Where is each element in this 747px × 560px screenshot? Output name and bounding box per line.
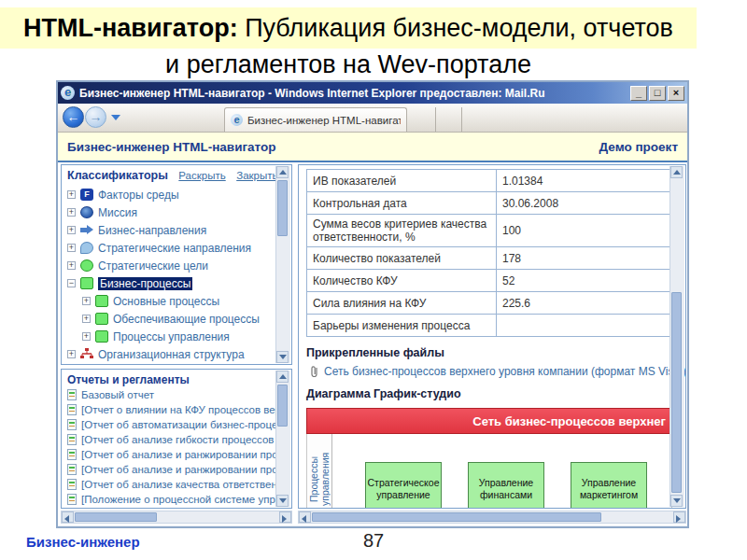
- property-label: Сумма весов критериев качества ответстве…: [307, 215, 497, 247]
- expand-icon[interactable]: +: [67, 350, 76, 358]
- scroll-right-icon[interactable]: [279, 511, 291, 523]
- tree-item-label: Процессы управления: [113, 330, 230, 343]
- tree-item-label: Основные процессы: [113, 295, 219, 308]
- forward-button[interactable]: →: [85, 106, 106, 128]
- window-titlebar: e Бизнес-инженер HTML-навигатор - Window…: [58, 82, 687, 104]
- report-label: Базовый отчет: [81, 389, 154, 400]
- slide-footer-brand: Бизнес-инженер: [26, 534, 140, 550]
- report-item[interactable]: Базовый отчет: [67, 387, 276, 402]
- tree-item-management-processes[interactable]: + Процессы управления: [67, 328, 275, 345]
- tree-item-org-structure[interactable]: + Организационная структура: [67, 345, 275, 363]
- tree-item-staff[interactable]: + Сотрудники: [67, 363, 275, 365]
- details-vertical-scrollbar[interactable]: [669, 166, 684, 507]
- scroll-thumb[interactable]: [75, 512, 157, 522]
- report-item[interactable]: [Отчет об анализе и ранжировании проце: [67, 462, 276, 477]
- attachment-link[interactable]: Сеть бизнес-процессов верхнего уровня ко…: [324, 365, 685, 378]
- tree-vertical-scrollbar[interactable]: [275, 166, 290, 363]
- expand-icon[interactable]: +: [67, 261, 76, 270]
- scroll-thumb[interactable]: [277, 385, 288, 427]
- scroll-left-icon[interactable]: [299, 511, 311, 523]
- scroll-down-icon[interactable]: [276, 351, 289, 363]
- tree-item-label: Миссия: [98, 206, 137, 219]
- reports-horizontal-scrollbar[interactable]: [61, 511, 292, 524]
- diagram-box-finance-management[interactable]: Управление финансами: [468, 462, 544, 509]
- strategic-goals-icon: [80, 259, 93, 272]
- back-button[interactable]: ←: [63, 106, 84, 128]
- tree-item-supporting-processes[interactable]: + Обеспечивающие процессы: [67, 310, 275, 328]
- scroll-down-icon[interactable]: [276, 495, 289, 507]
- property-value: 52: [497, 270, 673, 292]
- expand-icon[interactable]: +: [67, 208, 76, 217]
- factors-icon: F: [80, 189, 93, 201]
- diagram-box-marketing-management[interactable]: Управление маркетингом: [571, 462, 647, 509]
- expand-all-link[interactable]: Раскрыть: [178, 170, 225, 181]
- document-icon: [67, 419, 77, 430]
- reports-vertical-scrollbar[interactable]: [275, 371, 290, 507]
- property-label: Количество КФУ: [307, 270, 497, 292]
- properties-table: ИВ показателей 1.01384 Контрольная дата …: [306, 169, 673, 337]
- tree-item-main-processes[interactable]: + Основные процессы: [67, 292, 275, 310]
- collapse-icon[interactable]: −: [67, 279, 76, 287]
- report-item[interactable]: [Отчет об анализе и ранжировании проце: [67, 447, 276, 462]
- scroll-down-icon[interactable]: [670, 495, 683, 507]
- slide-title-line2: и регламентов на Wev-портале: [0, 49, 697, 79]
- tree-item-business-processes[interactable]: − Бизнес-процессы: [67, 274, 275, 292]
- window-title: Бизнес-инженер HTML-навигатор - Windows …: [79, 87, 630, 100]
- document-icon: [67, 494, 77, 505]
- scroll-thumb[interactable]: [312, 512, 601, 522]
- report-label: [Отчет об анализе и ранжировании проце: [81, 449, 276, 460]
- tree-item-factors[interactable]: + F Факторы среды: [67, 186, 275, 203]
- scroll-left-icon[interactable]: [62, 511, 74, 523]
- project-name: Демо проект: [599, 140, 678, 154]
- tree-item-label: Факторы среды: [98, 189, 179, 202]
- slide-page-number: 87: [299, 530, 448, 552]
- tree-item-business-directions[interactable]: + Бизнес-направления: [67, 221, 275, 239]
- expand-icon[interactable]: +: [82, 315, 91, 323]
- property-value: 225.6: [497, 292, 673, 315]
- scroll-right-icon[interactable]: [673, 511, 685, 523]
- tree-item-strategic-goals[interactable]: + Стратегические цели: [67, 257, 275, 274]
- report-item[interactable]: [Отчет об анализе качества ответственно: [67, 477, 276, 492]
- property-label: ИВ показателей: [307, 170, 497, 192]
- report-label: [Отчет об автоматизации бизнес-процессо: [81, 419, 276, 430]
- details-horizontal-scrollbar[interactable]: [298, 511, 686, 524]
- table-row: Сумма весов критериев качества ответстве…: [307, 215, 673, 247]
- attachment-row: Сеть бизнес-процессов верхнего уровня ко…: [310, 365, 685, 378]
- expand-icon[interactable]: +: [67, 226, 76, 234]
- classifiers-title: Классификаторы: [67, 169, 168, 182]
- report-item[interactable]: [Отчет об автоматизации бизнес-процессо: [67, 417, 276, 432]
- minimize-button[interactable]: _: [630, 86, 647, 101]
- history-dropdown-icon[interactable]: [111, 115, 120, 120]
- report-label: [Отчет об анализе гибкости процессов ве: [81, 434, 276, 445]
- browser-tab[interactable]: e Бизнес-инженер HTML-навигатор: [224, 107, 407, 132]
- report-item[interactable]: [Отчет об анализе гибкости процессов ве: [67, 432, 276, 447]
- scroll-thumb[interactable]: [671, 292, 682, 493]
- expand-icon[interactable]: +: [82, 332, 91, 341]
- collapse-all-link[interactable]: Закрыть: [236, 170, 277, 181]
- report-item[interactable]: [Отчет о влиянии на КФУ процессов вер: [67, 402, 276, 417]
- document-icon: [67, 434, 77, 445]
- diagram-canvas: Процессы управления Стратегическое управ…: [306, 434, 672, 509]
- report-item[interactable]: [Положение о процессной системе управ: [67, 492, 276, 507]
- classifiers-panel: Классификаторы Раскрыть Закрыть + F Факт…: [61, 164, 292, 365]
- expand-icon[interactable]: +: [82, 297, 91, 305]
- tree-item-mission[interactable]: + Миссия: [67, 203, 275, 221]
- scroll-up-icon[interactable]: [276, 166, 289, 178]
- diagram-box-strategic-management[interactable]: Стратегическое управление: [365, 462, 442, 509]
- scroll-thumb[interactable]: [277, 180, 288, 236]
- window-controls: _ □ ×: [630, 86, 684, 101]
- tree-item-strategic-directions[interactable]: + Стратегические направления: [67, 239, 275, 257]
- scroll-up-icon[interactable]: [276, 371, 289, 383]
- expand-icon[interactable]: +: [67, 244, 76, 252]
- property-value: 178: [497, 247, 673, 270]
- classifiers-header: Классификаторы Раскрыть Закрыть: [62, 165, 291, 184]
- close-button[interactable]: ×: [668, 86, 684, 101]
- expand-icon[interactable]: +: [67, 190, 76, 199]
- scroll-up-icon[interactable]: [670, 166, 683, 178]
- report-label: [Отчет об анализе качества ответственно: [81, 479, 276, 490]
- tree-item-label: Стратегические направления: [98, 242, 251, 255]
- tab-title: Бизнес-инженер HTML-навигатор: [247, 115, 401, 126]
- maximize-button[interactable]: □: [649, 86, 666, 101]
- document-icon: [67, 404, 77, 415]
- table-row: Контрольная дата 30.06.2008: [307, 192, 673, 215]
